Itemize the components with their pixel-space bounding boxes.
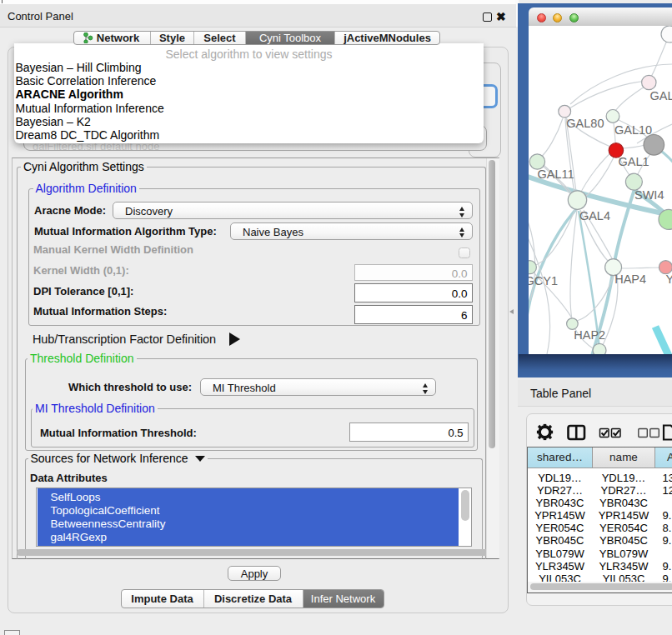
- svg-text:GAL10: GAL10: [614, 123, 652, 137]
- svg-text:GAL4: GAL4: [579, 209, 610, 222]
- svg-text:GAL1: GAL1: [619, 155, 649, 168]
- svg-text:Y: Y: [665, 272, 672, 286]
- svg-text:GAL11: GAL11: [538, 168, 574, 181]
- svg-text:GCY1: GCY1: [529, 274, 558, 288]
- svg-text:GAL80: GAL80: [566, 117, 604, 130]
- svg-text:HAP2: HAP2: [574, 328, 605, 342]
- svg-text:GAL7: GAL7: [650, 89, 672, 102]
- svg-text:HAP4: HAP4: [614, 272, 646, 286]
- svg-text:SWI4: SWI4: [634, 188, 664, 202]
